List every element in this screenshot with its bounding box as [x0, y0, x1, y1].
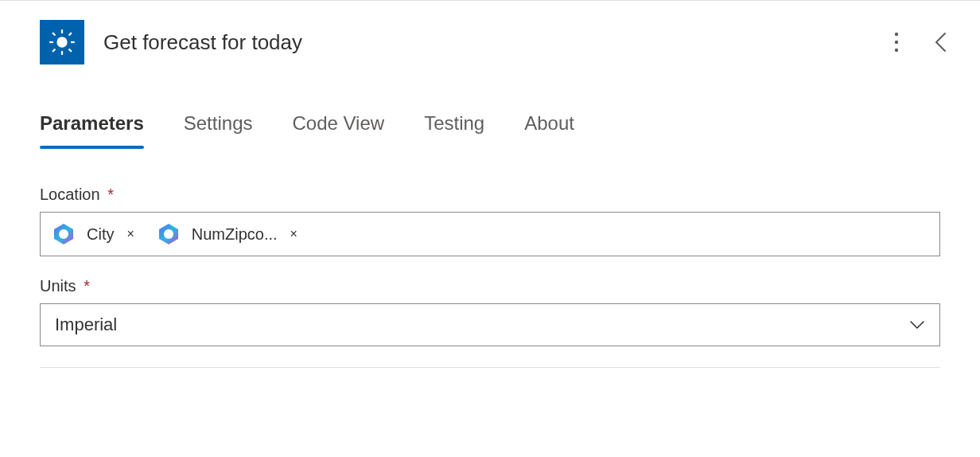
units-label-text: Units	[40, 277, 76, 295]
tab-testing[interactable]: Testing	[424, 112, 484, 146]
location-label: Location *	[40, 186, 940, 204]
svg-point-12	[59, 229, 68, 239]
token-label: City	[87, 225, 114, 244]
location-label-text: Location	[40, 186, 100, 203]
svg-line-8	[69, 33, 72, 35]
tab-code-view[interactable]: Code View	[292, 112, 384, 146]
action-config-panel: Get forecast for today Parameters Settin…	[0, 0, 980, 368]
token-remove-button[interactable]: ×	[286, 226, 302, 242]
collapse-button[interactable]	[928, 25, 953, 60]
svg-point-13	[164, 229, 173, 239]
more-vertical-icon	[894, 32, 899, 53]
tab-parameters[interactable]: Parameters	[40, 112, 144, 146]
units-label: Units *	[40, 277, 940, 295]
svg-point-9	[895, 33, 898, 36]
token-numzipcode[interactable]: NumZipco... ×	[152, 217, 305, 251]
token-city[interactable]: City ×	[47, 217, 142, 251]
svg-line-7	[52, 49, 55, 52]
parameters-form: Location *	[0, 146, 980, 346]
svg-line-3	[52, 33, 55, 35]
more-options-button[interactable]	[888, 25, 905, 59]
required-indicator: *	[84, 277, 90, 295]
units-value: Imperial	[55, 314, 117, 335]
required-indicator: *	[107, 186, 114, 203]
token-remove-button[interactable]: ×	[122, 226, 138, 242]
sun-icon	[40, 20, 84, 64]
header-actions	[888, 25, 953, 60]
svg-point-11	[895, 49, 898, 52]
section-divider	[40, 367, 940, 368]
location-input[interactable]: City × NumZipco... ×	[40, 212, 940, 256]
token-label: NumZipco...	[192, 225, 278, 244]
tab-bar: Parameters Settings Code View Testing Ab…	[0, 80, 980, 146]
panel-title: Get forecast for today	[103, 30, 888, 55]
svg-line-4	[69, 49, 72, 52]
tab-settings[interactable]: Settings	[184, 112, 253, 146]
dynamic-content-icon	[49, 219, 79, 249]
svg-point-10	[895, 41, 898, 44]
chevron-left-icon	[934, 31, 947, 53]
tab-about[interactable]: About	[524, 112, 574, 146]
field-units: Units * Imperial	[40, 277, 940, 346]
dynamic-content-icon	[154, 219, 184, 249]
units-select[interactable]: Imperial	[40, 303, 940, 346]
chevron-down-icon	[909, 320, 925, 330]
panel-header: Get forecast for today	[0, 1, 980, 80]
field-location: Location *	[40, 186, 940, 256]
svg-point-0	[56, 37, 67, 47]
